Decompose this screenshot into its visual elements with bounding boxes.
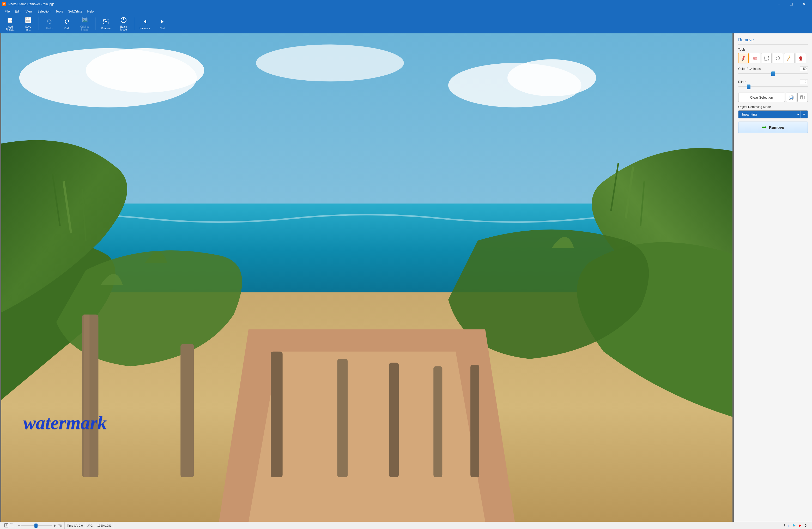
magic-wand-button[interactable] [784,53,795,63]
svg-line-51 [787,57,789,60]
menu-file[interactable]: File [2,9,12,14]
svg-point-23 [256,45,404,82]
menu-softorbits[interactable]: SoftOrbits [66,9,85,14]
undo-label: Undo [46,27,53,30]
title-controls: − □ ✕ [773,0,810,8]
object-removing-mode-label: Object Removing Mode [738,105,808,109]
menu-bar: File Edit View Selection Tools SoftOrbit… [0,8,812,15]
dilate-slider-thumb[interactable] [747,85,751,89]
save-as-button[interactable]: Saveas... [20,16,37,32]
zoom-plus-button[interactable]: + [54,524,56,528]
zoom-level: 47% [57,524,62,527]
svg-rect-29 [84,315,90,477]
object-removing-mode-section: Object Removing Mode Inpainting Content-… [738,105,808,118]
svg-rect-32 [337,359,348,477]
remove-button[interactable]: ➡ Remove [738,121,808,133]
marker-tool-button[interactable] [738,53,749,63]
svg-rect-55 [799,60,802,60]
dropdown-arrow-icon[interactable]: ▼ [800,111,808,118]
svg-line-44 [742,60,743,61]
svg-point-11 [83,19,84,20]
title-left: P Photo Stamp Remover - thin.jpg* [2,2,54,6]
remove-toolbar-label: Remove [101,27,111,30]
svg-marker-27 [248,352,485,522]
add-files-label: AddFile(s)... [6,25,15,31]
svg-rect-31 [271,352,282,477]
previous-button[interactable]: Previous [136,16,153,32]
menu-help[interactable]: Help [85,9,97,14]
dilate-label: Dilate [738,80,798,84]
batch-mode-button[interactable]: BatchMode [115,16,132,32]
tools-label: Tools [738,48,808,52]
maximize-button[interactable]: □ [785,0,797,8]
info-circle-icon[interactable]: ℹ [784,524,785,527]
dimensions-label: 1920x1281 [97,524,111,527]
youtube-icon[interactable]: ▶ [799,524,801,527]
lasso-tool-button[interactable] [773,53,783,63]
dilate-section: Dilate 2 [738,80,808,89]
zoom-slider[interactable] [21,525,53,526]
remove-button-label: Remove [769,125,784,130]
clear-selection-row: Clear Selection [738,92,808,102]
panel-title: Remove [738,38,808,45]
zoom-thumb [34,524,38,528]
remove-arrow-icon: ➡ [762,124,766,130]
original-image-icon [81,16,88,25]
mode-select[interactable]: Inpainting Content-Aware Fill Blur Mean [738,111,800,118]
zoom-minus-button[interactable]: − [18,524,20,528]
svg-rect-7 [27,17,28,19]
next-icon [159,18,166,26]
color-fuzziness-row: Color Fuzziness 50 [738,67,808,71]
select-icon [10,523,14,528]
undo-icon [46,18,53,26]
redo-button[interactable]: Redo [59,16,75,32]
menu-selection[interactable]: Selection [35,9,53,14]
color-fuzziness-slider[interactable] [738,73,808,74]
menu-edit[interactable]: Edit [12,9,23,14]
status-bar: − + 47% Time (s): 2.0 JPG 1920x1281 ℹ f … [0,522,812,529]
toolbar: FILE AddFile(s)... Saveas... Undo Redo [0,15,812,33]
menu-view[interactable]: View [23,9,35,14]
color-fuzziness-label: Color Fuzziness [738,67,798,71]
save-selection-button[interactable] [786,92,796,102]
window-title: Photo Stamp Remover - thin.jpg* [8,2,54,6]
dilate-slider[interactable] [738,86,808,87]
svg-marker-52 [789,56,790,57]
load-selection-button[interactable] [797,92,808,102]
svg-rect-30 [180,344,194,477]
eraser-tool-button[interactable] [750,53,760,63]
svg-marker-16 [144,19,146,24]
close-button[interactable]: ✕ [798,0,810,8]
info-icon [4,523,8,528]
tools-section: Tools [738,48,808,63]
minimize-button[interactable]: − [773,0,785,8]
rect-select-button[interactable] [761,53,772,63]
original-image-button[interactable]: OriginalImage [76,16,93,32]
arrow-right-icon[interactable]: ❯ [804,524,807,527]
remove-toolbar-button[interactable]: Remove [98,16,114,32]
add-files-button[interactable]: FILE AddFile(s)... [2,16,19,32]
twitter-icon[interactable]: 🐦 [793,524,796,527]
next-button[interactable]: Next [154,16,171,32]
undo-button[interactable]: Undo [41,16,58,32]
add-files-icon: FILE [7,16,14,25]
canvas-area[interactable]: watermark [0,33,734,522]
right-panel: Remove Tools [734,33,812,522]
scene-svg [1,33,733,522]
svg-rect-67 [10,524,13,527]
svg-rect-35 [470,365,479,477]
status-social: ℹ f 🐦 ▶ ❯ [781,522,810,529]
slider-thumb[interactable] [771,71,775,76]
svg-rect-6 [26,20,30,22]
remove-title: Remove [738,38,754,42]
stamp-tool-button[interactable] [796,53,806,63]
sep-2 [95,17,96,30]
clear-selection-button[interactable]: Clear Selection [738,92,785,102]
dilate-value: 2 [800,80,808,84]
facebook-icon[interactable]: f [788,524,789,527]
mode-dropdown[interactable]: Inpainting Content-Aware Fill Blur Mean … [738,110,808,118]
app-icon: P [2,2,6,6]
format-label: JPG [87,524,93,527]
menu-tools[interactable]: Tools [53,9,66,14]
previous-label: Previous [140,27,150,30]
